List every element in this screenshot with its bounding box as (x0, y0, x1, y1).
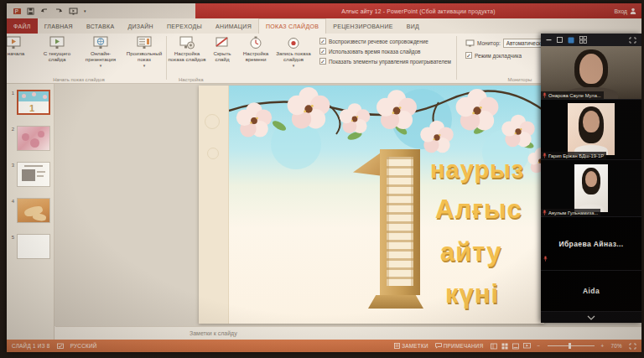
notes-pane[interactable]: Заметки к слайду (55, 326, 641, 340)
tab-home[interactable]: ГЛАВНАЯ (38, 18, 80, 34)
rehearse-timings-button[interactable]: Настройка времени (237, 34, 274, 75)
participant-name: Аяулым Гульнамиза... (548, 210, 598, 215)
reading-view-icon[interactable] (512, 343, 519, 350)
zoom-level[interactable]: 70% (610, 343, 622, 349)
thumbnail-art (18, 127, 49, 150)
present-online-button[interactable]: Онлайн-презентация ▾ (79, 34, 122, 75)
comments-toggle-button[interactable]: ПРИМЕЧАНИЯ (435, 343, 484, 349)
notes-icon (394, 343, 400, 349)
tab-view[interactable]: ВИД (400, 18, 426, 34)
slide-text-line2: Алғыс (435, 195, 522, 225)
spellcheck-icon[interactable] (57, 343, 64, 350)
language-indicator[interactable]: РУССКИЙ (70, 343, 97, 349)
from-beginning-icon (7, 36, 22, 50)
thumbnail-number: 4 (8, 198, 14, 223)
thumbnail-image[interactable] (17, 234, 50, 259)
exit-fullscreen-icon[interactable] (629, 37, 636, 44)
record-slideshow-button[interactable]: Запись показа слайдов ▾ (274, 34, 313, 75)
notes-placeholder: Заметки к слайду (190, 330, 237, 336)
participant-video-1[interactable]: Онарова Сауле Мула... (541, 46, 641, 100)
tab-animations[interactable]: АНИМАЦИЯ (209, 18, 258, 34)
present-online-icon (92, 36, 109, 50)
muted-mic-icon (543, 210, 547, 215)
checkbox-play-narrations[interactable]: ✓ Воспроизвести речевое сопровождение (319, 38, 451, 44)
tab-design[interactable]: ДИЗАЙН (121, 18, 160, 34)
qat-customize-icon[interactable]: ▾ (84, 8, 86, 13)
slide-canvas[interactable]: наурыз Алғыс айту күні (199, 86, 544, 324)
powerpoint-window: P ▾ Алғыс айту 12 - PowerPoint (Сбой акт… (7, 3, 641, 352)
thumbnail-image[interactable] (17, 198, 50, 223)
participant-face (574, 164, 608, 212)
rehearse-timings-icon (248, 36, 263, 50)
thumbnail-art-numeral: 1 (29, 103, 34, 113)
minimize-icon[interactable] (546, 37, 552, 43)
checkbox-icon: ✓ (319, 58, 326, 65)
sign-in-button[interactable]: Вход (615, 3, 636, 18)
checkbox-show-media-controls[interactable]: ✓ Показать элементы управления проигрыва… (319, 58, 451, 65)
redo-icon[interactable] (55, 8, 63, 15)
tab-insert[interactable]: ВСТАВКА (80, 18, 122, 34)
monitor-label: Монитор: (477, 40, 501, 46)
thumbnail-image[interactable]: 1 (17, 90, 50, 115)
checkbox-icon: ✓ (319, 38, 326, 44)
title-bar: P ▾ Алғыс айту 12 - PowerPoint (Сбой акт… (7, 3, 641, 18)
muted-mic-icon (543, 256, 548, 262)
fit-to-window-icon[interactable] (629, 343, 636, 350)
tab-file[interactable]: ФАЙЛ (7, 18, 38, 34)
participant-video-3[interactable]: Аяулым Гульнамиза... (541, 160, 641, 217)
thumbnail-image[interactable] (17, 126, 50, 151)
slide-sorter-view-icon[interactable] (501, 343, 508, 350)
from-beginning-button[interactable]: С начала (7, 34, 35, 75)
participant-name: Гарип Ержан БДш-19-1Р (548, 153, 604, 158)
slide-ornament-band (199, 86, 229, 324)
active-view-icon[interactable] (568, 37, 574, 44)
sign-in-label: Вход (615, 8, 627, 14)
status-bar: СЛАЙД 1 ИЗ 8 РУССКИЙ ЗАМЕТКИ ПРИМЕЧАНИЯ … (7, 340, 641, 352)
slideshow-view-icon[interactable] (523, 343, 531, 350)
tab-transitions[interactable]: ПЕРЕХОДЫ (160, 18, 209, 34)
participant-video-5[interactable]: Aida (541, 271, 641, 312)
tab-review[interactable]: РЕЦЕНЗИРОВАНИЕ (326, 18, 400, 34)
zoom-slider[interactable] (548, 345, 595, 346)
checkbox-icon: ✓ (465, 52, 472, 59)
panel-collapse-button[interactable] (541, 312, 641, 323)
thumbnail-slide-3[interactable]: 3 (8, 162, 51, 187)
zoom-in-button[interactable]: + (601, 343, 605, 349)
thumbnail-slide-4[interactable]: 4 (8, 198, 51, 223)
checkbox-label: Воспроизвести речевое сопровождение (329, 39, 428, 44)
participant-video-4[interactable]: Ибраева Айназ... (541, 217, 641, 271)
notes-toggle-button[interactable]: ЗАМЕТКИ (394, 343, 428, 349)
participant-video-2[interactable]: Гарип Ержан БДш-19-1Р (541, 100, 641, 160)
chevron-down-icon (587, 315, 595, 320)
present-online-arrow: ▾ (100, 63, 102, 69)
setup-slideshow-button[interactable]: Настройка показа слайдов (167, 34, 207, 75)
group-label-start: Начать показ слайдов (7, 77, 166, 82)
normal-view-icon[interactable] (491, 343, 497, 350)
speaker-view-icon[interactable] (557, 37, 563, 43)
participant-name-bar: Аяулым Гульнамиза... (541, 209, 600, 216)
group-setup: Настройка показа слайдов Скрыть слайд На… (167, 34, 456, 83)
zoom-out-button[interactable]: − (538, 343, 541, 349)
thumbnail-slide-2[interactable]: 2 (8, 126, 51, 151)
thumbnail-slide-1[interactable]: 1 1 (8, 90, 51, 115)
slide-text-line4: күні (445, 279, 499, 309)
thumbnail-art (18, 199, 49, 222)
gallery-view-icon[interactable] (579, 36, 587, 44)
participant-name-bar: Онарова Сауле Мула... (541, 91, 604, 99)
zoom-slider-thumb[interactable] (569, 343, 571, 349)
thumbnail-slide-5[interactable]: 5 (8, 234, 51, 259)
thumbnail-image[interactable] (17, 162, 50, 187)
tab-slideshow[interactable]: ПОКАЗ СЛАЙДОВ (258, 18, 326, 34)
hide-slide-button[interactable]: Скрыть слайд (207, 34, 237, 75)
custom-show-button[interactable]: Произвольный показ ▾ (122, 34, 166, 75)
from-current-slide-button[interactable]: С текущего слайда (35, 34, 79, 75)
thumbnail-art (37, 171, 45, 173)
start-slideshow-icon[interactable] (69, 8, 78, 15)
checkbox-label: Использовать время показа слайдов (329, 49, 420, 54)
slide-indicator: СЛАЙД 1 ИЗ 8 (12, 343, 50, 349)
save-icon[interactable] (27, 8, 34, 15)
checkbox-use-timings[interactable]: ✓ Использовать время показа слайдов (319, 48, 451, 54)
window-title: Алғыс айту 12 - PowerPoint (Сбой активац… (341, 8, 495, 14)
undo-icon[interactable] (40, 8, 49, 15)
zoom-meeting-panel: Онарова Сауле Мула... Гарип Ержан БДш-19… (541, 34, 641, 323)
